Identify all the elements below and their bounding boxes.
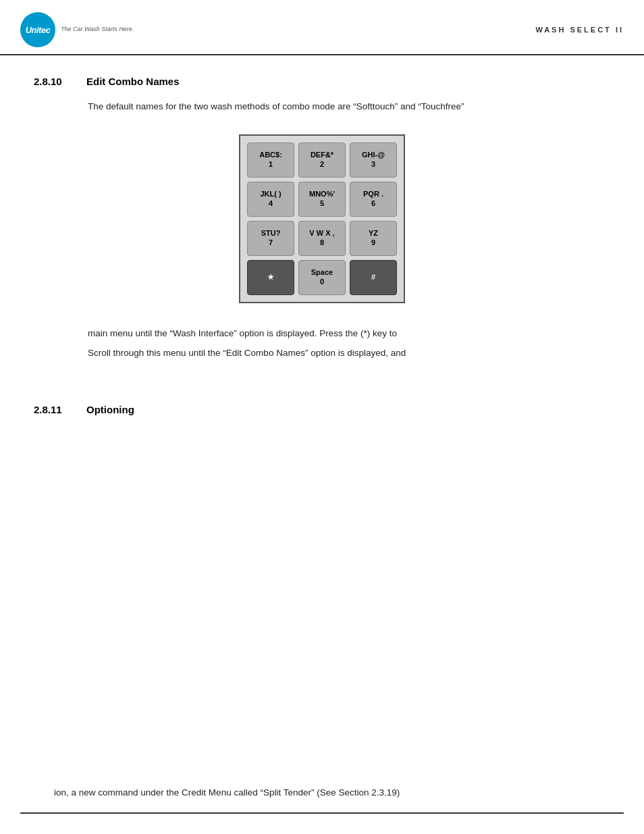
key-hash[interactable]: # [350,260,397,295]
section-2810-number: 2.8.10 [34,76,74,87]
page-header: Unitec The Car Wash Starts Here. WASH SE… [0,0,644,55]
section-2811-title: Optioning [86,404,134,415]
key-4[interactable]: JKL( )4 [247,182,294,217]
key-9[interactable]: YZ9 [350,221,397,256]
key-8[interactable]: V W X ,8 [298,221,346,256]
page-title: WASH SELECT II [535,26,624,34]
footer-line [20,812,624,814]
key-1[interactable]: ABC$:1 [247,142,294,178]
logo-tagline: The Car Wash Starts Here. [61,26,134,34]
keypad-wrapper: ABC$:1 DEF&*2 GHI-@3 JKL( )4 MNO%'5 PQR … [34,134,610,303]
key-5[interactable]: MNO%'5 [298,182,346,217]
logo-icon: Unitec [20,12,55,47]
key-6[interactable]: PQR .6 [350,182,397,217]
section-2811: 2.8.11 Optioning [34,404,610,415]
keypad: ABC$:1 DEF&*2 GHI-@3 JKL( )4 MNO%'5 PQR … [239,134,405,303]
section-2811-number: 2.8.11 [34,404,74,415]
key-star[interactable]: ★ [247,260,294,295]
instruction-text-1: main menu until the “Wash Interface” opt… [88,323,610,344]
section-2811-heading: 2.8.11 Optioning [34,404,610,415]
instruction-line1: main menu until the “Wash Interface” opt… [88,323,610,363]
main-content: 2.8.10 Edit Combo Names The default name… [0,55,644,454]
section-2810-heading: 2.8.10 Edit Combo Names [34,76,610,87]
logo-container: Unitec The Car Wash Starts Here. [20,12,134,47]
logo-text: Unitec [26,25,51,35]
instruction-text-2: Scroll through this menu until the “Edit… [88,343,610,363]
key-3[interactable]: GHI-@3 [350,142,397,178]
section-2810-body: The default names for the two wash metho… [88,99,610,114]
key-7[interactable]: STU?7 [247,221,294,256]
key-2[interactable]: DEF&*2 [298,142,346,178]
footer-text: ion, a new command under the Credit Menu… [54,785,610,800]
section-2810-title: Edit Combo Names [86,76,180,87]
key-0[interactable]: Space0 [298,260,346,295]
